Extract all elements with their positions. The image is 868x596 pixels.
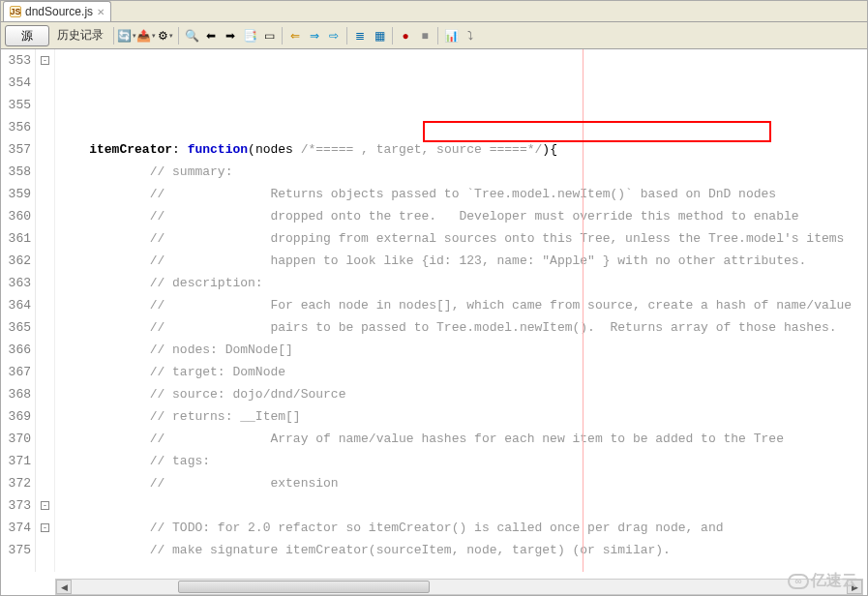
scrollbar-thumb[interactable]: [178, 581, 430, 593]
scroll-left-arrow[interactable]: ◀: [56, 580, 72, 594]
code-line[interactable]: [55, 494, 867, 517]
code-line[interactable]: // Array of name/value hashes for each n…: [55, 428, 867, 450]
line-number: 374: [1, 517, 31, 539]
line-number: 354: [1, 72, 31, 94]
line-number: 362: [1, 250, 31, 272]
fold-toggle-icon[interactable]: -: [41, 523, 49, 532]
chart-icon[interactable]: 📊: [442, 27, 460, 45]
code-line[interactable]: // TODO: for 2.0 refactor so itemCreator…: [55, 517, 867, 539]
file-tab[interactable]: JS dndSource.js ✕: [3, 1, 111, 21]
separator: [437, 27, 438, 45]
code-line[interactable]: [55, 561, 867, 572]
list-icon[interactable]: ≣: [351, 27, 369, 45]
grid-icon[interactable]: ▦: [371, 27, 388, 45]
line-number: 370: [1, 428, 31, 450]
search-icon[interactable]: 🔍: [183, 27, 200, 45]
line-number: 369: [1, 405, 31, 428]
fold-toggle-icon[interactable]: -: [41, 501, 49, 510]
code-line[interactable]: // target: DomNode: [55, 361, 867, 383]
code-line[interactable]: // summary:: [55, 161, 867, 183]
line-number: 357: [1, 138, 31, 161]
horizontal-scrollbar[interactable]: ◀ ▶: [55, 579, 863, 595]
code-line[interactable]: // tags:: [55, 450, 867, 472]
line-number: 356: [1, 116, 31, 138]
line-number: 366: [1, 339, 31, 361]
code-line[interactable]: // returns: __Item[]: [55, 405, 867, 428]
line-number: 355: [1, 94, 31, 116]
separator: [392, 27, 393, 45]
code-editor: 3533543553563573583593603613623633643653…: [1, 49, 867, 572]
code-line[interactable]: // pairs to be passed to Tree.model.newI…: [55, 316, 867, 339]
next-icon[interactable]: ➡: [222, 27, 239, 45]
separator: [178, 27, 179, 45]
export-icon[interactable]: 📤▾: [137, 27, 155, 45]
line-number: 353: [1, 49, 31, 72]
shift-left-icon[interactable]: ⇐: [286, 27, 304, 45]
code-line[interactable]: // dropping from external sources onto t…: [55, 227, 867, 250]
line-number: 368: [1, 383, 31, 405]
refresh-icon[interactable]: 🔄▾: [118, 27, 135, 45]
select-icon[interactable]: ▭: [260, 27, 278, 45]
code-line[interactable]: // make signature itemCreator(sourceItem…: [55, 539, 867, 561]
line-number: 365: [1, 316, 31, 339]
fold-column: ---: [36, 49, 55, 572]
line-number: 373: [1, 494, 31, 517]
scroll-right-arrow[interactable]: ▶: [847, 580, 862, 594]
fold-toggle-icon[interactable]: -: [41, 56, 49, 65]
prev-icon[interactable]: ⬅: [202, 27, 220, 45]
separator: [113, 27, 114, 45]
code-line[interactable]: // Returns objects passed to `Tree.model…: [55, 183, 867, 205]
close-icon[interactable]: ✕: [97, 7, 105, 17]
line-number-gutter: 3533543553563573583593603613623633643653…: [1, 49, 36, 572]
line-number: 358: [1, 161, 31, 183]
file-tab-label: dndSource.js: [25, 5, 93, 18]
record-icon[interactable]: ●: [397, 27, 414, 45]
line-number: 372: [1, 472, 31, 494]
scrollbar-track[interactable]: [72, 580, 847, 594]
line-number: 359: [1, 183, 31, 205]
code-line[interactable]: // dropped onto the tree. Developer must…: [55, 205, 867, 227]
shift-right-icon[interactable]: ⇒: [306, 27, 323, 45]
highlight-icon[interactable]: 📑: [241, 27, 258, 45]
code-line[interactable]: // happen to look like {id: 123, name: "…: [55, 250, 867, 272]
line-number: 361: [1, 227, 31, 250]
stop-icon[interactable]: ■: [416, 27, 434, 45]
indent-icon[interactable]: ⇨: [325, 27, 343, 45]
code-line[interactable]: // For each node in nodes[], which came …: [55, 294, 867, 316]
source-view-button[interactable]: 源: [5, 25, 49, 46]
file-tab-bar: JS dndSource.js ✕: [1, 1, 867, 22]
line-number: 363: [1, 272, 31, 294]
code-line[interactable]: // extension: [55, 472, 867, 494]
line-number: 360: [1, 205, 31, 227]
line-number: 364: [1, 294, 31, 316]
code-line[interactable]: // nodes: DomNode[]: [55, 339, 867, 361]
history-button[interactable]: 历史记录: [51, 27, 109, 44]
js-file-icon: JS: [10, 6, 21, 17]
step-icon[interactable]: ⤵: [462, 27, 479, 45]
code-line[interactable]: // source: dojo/dnd/Source: [55, 383, 867, 405]
settings-icon[interactable]: ⚙▾: [157, 27, 174, 45]
code-line[interactable]: itemCreator: function(nodes /*===== , ta…: [55, 138, 867, 161]
editor-toolbar: 源 历史记录 🔄▾ 📤▾ ⚙▾ 🔍 ⬅ ➡ 📑 ▭ ⇐ ⇒ ⇨ ≣ ▦ ● ■ …: [1, 22, 867, 49]
separator: [282, 27, 283, 45]
code-line[interactable]: // description:: [55, 272, 867, 294]
line-number: 371: [1, 450, 31, 472]
code-content[interactable]: itemCreator: function(nodes /*===== , ta…: [55, 49, 867, 572]
line-number: 367: [1, 361, 31, 383]
line-number: 375: [1, 539, 31, 561]
separator: [346, 27, 347, 45]
